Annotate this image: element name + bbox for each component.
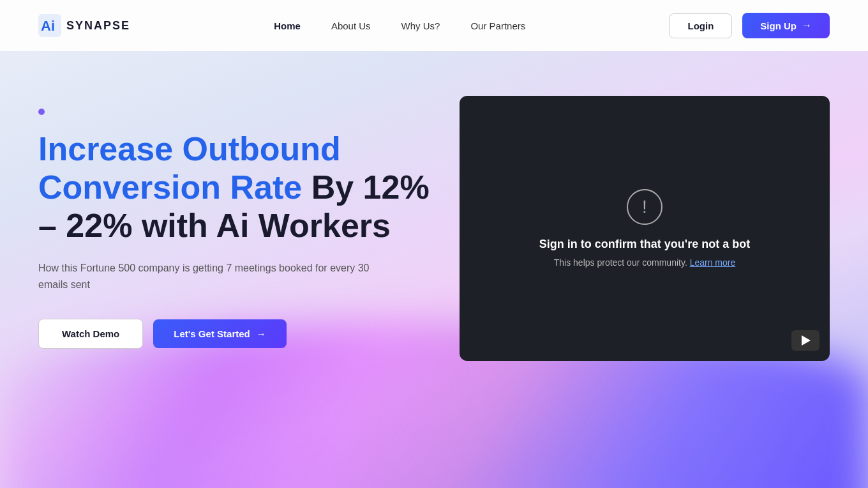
video-panel[interactable]: ! Sign in to confirm that you're not a b… xyxy=(460,96,830,361)
youtube-button[interactable] xyxy=(791,330,819,351)
nav-about[interactable]: About Us xyxy=(331,20,371,31)
hero-left: Increase Outbound Conversion Rate By 12%… xyxy=(38,89,434,349)
navbar: Ai SYNAPSE Home About Us Why Us? Our Par… xyxy=(0,0,868,51)
svg-text:Ai: Ai xyxy=(41,18,55,34)
logo-text: SYNAPSE xyxy=(66,19,130,33)
login-button[interactable]: Login xyxy=(669,13,732,38)
logo-icon: Ai xyxy=(38,14,61,37)
signup-label: Sign Up xyxy=(760,20,797,31)
hero-dot-decoration xyxy=(38,109,45,115)
hero-content: Increase Outbound Conversion Rate By 12%… xyxy=(0,51,868,488)
nav-why-us[interactable]: Why Us? xyxy=(401,20,440,31)
logo: Ai SYNAPSE xyxy=(38,14,130,37)
get-started-button[interactable]: Let's Get Started → xyxy=(153,319,286,348)
get-started-label: Let's Get Started xyxy=(174,328,250,339)
get-started-arrow-icon: → xyxy=(257,328,266,339)
video-error-title: Sign in to confirm that you're not a bot xyxy=(539,238,750,251)
nav-links: Home About Us Why Us? Our Partners xyxy=(274,20,525,31)
video-error-sub-text: This helps protect our community. xyxy=(554,257,687,268)
hero-title: Increase Outbound Conversion Rate By 12%… xyxy=(38,130,434,245)
youtube-play-icon xyxy=(802,335,811,346)
hero-right: ! Sign in to confirm that you're not a b… xyxy=(460,96,830,361)
signup-arrow-icon: → xyxy=(802,20,812,31)
hero-subtitle: How this Fortune 500 company is getting … xyxy=(38,260,383,293)
watch-demo-button[interactable]: Watch Demo xyxy=(38,319,143,349)
video-error-icon: ! xyxy=(627,189,662,225)
signup-button[interactable]: Sign Up → xyxy=(742,13,830,38)
nav-actions: Login Sign Up → xyxy=(669,13,830,38)
hero-section: Increase Outbound Conversion Rate By 12%… xyxy=(0,51,868,488)
hero-buttons: Watch Demo Let's Get Started → xyxy=(38,319,434,349)
nav-home[interactable]: Home xyxy=(274,20,301,31)
video-error-message: ! Sign in to confirm that you're not a b… xyxy=(519,169,770,288)
video-error-subtitle: This helps protect our community. Learn … xyxy=(554,257,736,268)
hero-title-highlight: Increase Outbound Conversion Rate xyxy=(38,130,341,206)
video-learn-more-link[interactable]: Learn more xyxy=(690,257,736,268)
nav-partners[interactable]: Our Partners xyxy=(470,20,525,31)
